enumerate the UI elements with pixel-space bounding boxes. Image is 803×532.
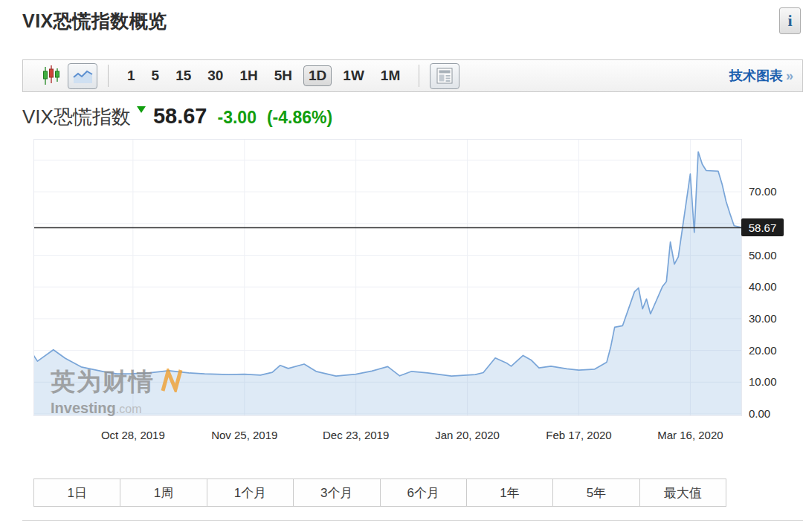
- candlestick-chart-icon[interactable]: [42, 65, 60, 86]
- area-chart-icon[interactable]: [68, 63, 97, 89]
- interval-button-15[interactable]: 15: [167, 66, 199, 85]
- info-button[interactable]: i: [779, 7, 801, 34]
- chart-toolbar: 1515301H5H1D1W1M 技术图表»: [22, 59, 803, 92]
- info-icon: i: [787, 11, 792, 30]
- period-button[interactable]: 1周: [120, 479, 207, 506]
- x-axis-tick: Oct 28, 2019: [101, 429, 165, 441]
- interval-button-1d[interactable]: 1D: [303, 65, 332, 86]
- instrument-name: VIX恐慌指数: [22, 104, 131, 130]
- interval-button-group: 1515301H5H1D1W1M: [119, 65, 408, 86]
- interval-button-1w[interactable]: 1W: [335, 66, 373, 85]
- price-change-percent: (-4.86%): [267, 108, 332, 128]
- y-axis-tick: 30.00: [749, 312, 793, 325]
- x-axis-tick: Feb 17, 2020: [546, 429, 611, 441]
- interval-button-30[interactable]: 30: [199, 66, 231, 85]
- page-title: VIX恐慌指数概览: [22, 9, 167, 33]
- chevron-right-icon: »: [786, 68, 793, 83]
- y-axis-tick: 0.00: [749, 407, 793, 420]
- interval-button-1m[interactable]: 1M: [373, 66, 408, 85]
- period-button[interactable]: 最大值: [640, 479, 726, 506]
- y-axis-tick: 10.00: [749, 375, 793, 388]
- x-axis-tick: Dec 23, 2019: [323, 429, 389, 441]
- y-axis-tick: 20.00: [749, 344, 793, 357]
- period-button[interactable]: 1日: [34, 479, 120, 506]
- technical-chart-link-label: 技术图表: [729, 68, 783, 83]
- x-axis-tick: Jan 20, 2020: [435, 429, 500, 441]
- x-axis-tick: Nov 25, 2019: [211, 429, 277, 441]
- interval-button-5[interactable]: 5: [143, 66, 168, 85]
- last-price: 58.67: [153, 104, 207, 129]
- y-axis-tick: 50.00: [749, 249, 793, 262]
- toolbar-separator: [419, 65, 419, 87]
- x-axis-tick: Mar 16, 2020: [657, 429, 723, 441]
- price-chart[interactable]: [33, 139, 742, 416]
- current-price-badge: 58.67: [741, 218, 784, 236]
- area-chart-canvas: [33, 139, 742, 416]
- period-button[interactable]: 1个月: [207, 479, 294, 506]
- interval-button-1[interactable]: 1: [119, 66, 143, 85]
- period-button[interactable]: 1年: [467, 479, 553, 506]
- period-button[interactable]: 5年: [553, 479, 639, 506]
- news-panel-icon[interactable]: [430, 63, 459, 89]
- technical-chart-link[interactable]: 技术图表»: [729, 67, 793, 85]
- y-axis-tick: 70.00: [749, 185, 793, 198]
- period-button[interactable]: 3个月: [294, 479, 380, 506]
- interval-button-5h[interactable]: 5H: [266, 66, 300, 85]
- period-button[interactable]: 6个月: [381, 479, 467, 506]
- price-change: -3.00: [218, 108, 257, 128]
- toolbar-separator: [108, 65, 109, 87]
- interval-button-1h[interactable]: 1H: [231, 66, 265, 85]
- down-arrow-icon: [137, 106, 146, 113]
- period-button-row: 1日1周1个月3个月6个月1年5年最大值: [33, 479, 726, 507]
- bottom-divider: [22, 520, 803, 521]
- y-axis-tick: 40.00: [749, 280, 793, 293]
- quote-header: VIX恐慌指数 58.67 -3.00 (-4.86%): [22, 104, 332, 130]
